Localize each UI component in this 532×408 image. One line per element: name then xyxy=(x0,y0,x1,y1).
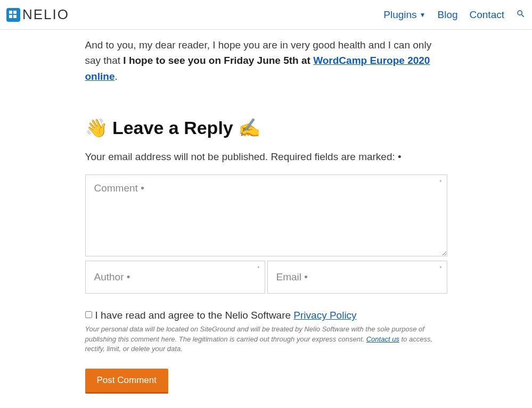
nav-contact[interactable]: Contact xyxy=(470,9,504,21)
nav-plugins[interactable]: Plugins ▼ xyxy=(383,9,425,21)
site-logo[interactable]: NELIO xyxy=(6,6,69,23)
privacy-note: Your personal data will be located on Si… xyxy=(85,324,447,354)
primary-nav: Plugins ▼ Blog Contact xyxy=(383,9,526,21)
site-header: NELIO Plugins ▼ Blog Contact xyxy=(0,0,532,30)
consent-text: I have read and agree to the Nelio Softw… xyxy=(95,310,294,321)
consent-row: I have read and agree to the Nelio Softw… xyxy=(85,310,447,321)
nav-blog[interactable]: Blog xyxy=(437,9,457,21)
logo-text: NELIO xyxy=(22,6,69,23)
reply-subtext: Your email address will not be published… xyxy=(85,151,447,163)
nav-plugins-label: Plugins xyxy=(383,9,416,21)
logo-icon xyxy=(6,8,20,22)
author-input[interactable] xyxy=(85,261,265,294)
email-input[interactable] xyxy=(267,261,447,294)
comment-field-wrap: • xyxy=(85,174,447,259)
required-dot-icon: • xyxy=(439,178,441,185)
contact-us-link[interactable]: Contact us xyxy=(366,335,399,343)
required-dot-icon: • xyxy=(257,264,259,271)
main-content: And to you, my dear reader, I hope you a… xyxy=(85,30,447,408)
reply-heading: 👋 Leave a Reply ✍️ xyxy=(85,117,447,138)
post-comment-button[interactable]: Post Comment xyxy=(85,369,168,394)
consent-checkbox[interactable] xyxy=(85,311,92,318)
email-field-wrap: • xyxy=(267,261,447,294)
required-dot-icon: • xyxy=(439,264,441,271)
article-trailing: . xyxy=(114,71,117,82)
author-field-wrap: • xyxy=(85,261,265,294)
chevron-down-icon: ▼ xyxy=(420,11,426,19)
article-paragraph: And to you, my dear reader, I hope you a… xyxy=(85,37,447,84)
search-icon[interactable] xyxy=(516,9,526,21)
privacy-policy-link[interactable]: Privacy Policy xyxy=(293,310,356,321)
author-email-row: • • xyxy=(85,261,447,294)
comment-textarea[interactable] xyxy=(85,174,447,256)
article-bold: I hope to see you on Friday June 5th at xyxy=(123,55,313,66)
